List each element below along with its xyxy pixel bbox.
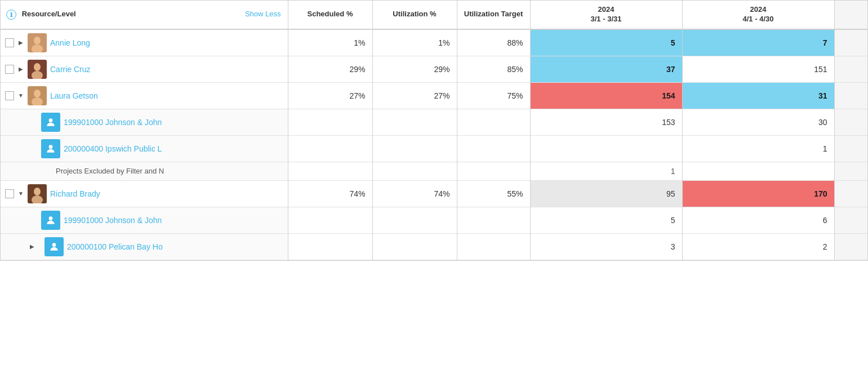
svg-point-4 bbox=[34, 90, 41, 97]
expand-icon[interactable]: ▼ bbox=[17, 190, 24, 197]
apr-value-cell bbox=[682, 162, 834, 180]
utilization-target-cell bbox=[457, 207, 530, 233]
info-icon[interactable]: ℹ bbox=[6, 10, 16, 20]
expand-icon[interactable]: ▶ bbox=[17, 66, 24, 72]
utilization-target-cell: 88% bbox=[457, 29, 530, 56]
scheduled-pct-cell bbox=[288, 109, 372, 135]
row-checkbox[interactable] bbox=[5, 91, 14, 100]
scheduled-pct-cell: 29% bbox=[288, 56, 372, 82]
apr-value-cell: 1 bbox=[682, 135, 834, 162]
resource-name[interactable]: Annie Long bbox=[50, 38, 90, 47]
table-row: Projects Excluded by Filter and N1 bbox=[1, 162, 868, 180]
scheduled-pct-cell bbox=[288, 162, 372, 180]
project-name[interactable]: 199901000 Johnson & John bbox=[64, 118, 162, 127]
project-name[interactable]: 200000400 Ipswich Public L bbox=[64, 144, 162, 153]
scheduled-pct-cell: 74% bbox=[288, 180, 372, 207]
scroll-cell bbox=[834, 82, 868, 109]
svg-point-1 bbox=[32, 45, 43, 52]
resource-name[interactable]: Laura Getson bbox=[50, 91, 98, 100]
table-row: 199901000 Johnson & John56 bbox=[1, 207, 868, 233]
utilization-pct-header: Utilization % bbox=[372, 1, 457, 29]
resource-cell-carrie-cruz: ▶ Carrie Cruz bbox=[1, 56, 288, 82]
mar-value-cell: 1 bbox=[530, 162, 682, 180]
apr-value-cell: 30 bbox=[682, 109, 834, 135]
scroll-header bbox=[834, 1, 868, 29]
resource-cell-laura-excluded: Projects Excluded by Filter and N bbox=[1, 162, 288, 180]
table-row: ▶ Carrie Cruz29%29%85%37151 bbox=[1, 56, 868, 82]
row-checkbox[interactable] bbox=[5, 65, 14, 74]
scheduled-pct-cell bbox=[288, 233, 372, 260]
utilization-pct-cell bbox=[372, 109, 457, 135]
avatar bbox=[28, 184, 47, 203]
excluded-label: Projects Excluded by Filter and N bbox=[56, 167, 164, 175]
utilization-target-cell: 85% bbox=[457, 56, 530, 82]
project-icon bbox=[41, 139, 60, 158]
mar-value-cell: 95 bbox=[530, 180, 682, 207]
mar-value-cell: 3 bbox=[530, 233, 682, 260]
project-icon bbox=[41, 211, 60, 230]
svg-point-6 bbox=[49, 118, 53, 122]
expand-icon[interactable]: ▶ bbox=[17, 39, 24, 46]
table-row: ▶ Annie Long1%1%88%57 bbox=[1, 29, 868, 56]
resource-cell-richard-sub2: ▶ 200000100 Pelican Bay Ho bbox=[1, 233, 288, 260]
utilization-pct-cell bbox=[372, 207, 457, 233]
apr-value-cell: 2 bbox=[682, 233, 834, 260]
scroll-cell bbox=[834, 29, 868, 56]
utilization-target-cell: 75% bbox=[457, 82, 530, 109]
utilization-target-header: Utilization Target bbox=[457, 1, 530, 29]
avatar bbox=[28, 86, 47, 105]
apr-value-cell: 151 bbox=[682, 56, 834, 82]
scheduled-pct-cell bbox=[288, 207, 372, 233]
show-less-button[interactable]: Show Less bbox=[245, 10, 281, 19]
utilization-pct-cell: 27% bbox=[372, 82, 457, 109]
mar-value-cell: 37 bbox=[530, 56, 682, 82]
expand-icon[interactable]: ▶ bbox=[29, 243, 35, 250]
scroll-cell bbox=[834, 233, 868, 260]
utilization-pct-cell bbox=[372, 135, 457, 162]
expand-icon[interactable]: ▼ bbox=[17, 92, 24, 99]
mar-value-cell bbox=[530, 135, 682, 162]
table-row: ▼ Laura Getson27%27%75%15431 bbox=[1, 82, 868, 109]
scroll-cell bbox=[834, 207, 868, 233]
project-name[interactable]: 199901000 Johnson & John bbox=[64, 216, 162, 225]
resource-cell-laura-sub2: 200000400 Ipswich Public L bbox=[1, 135, 288, 162]
scheduled-pct-cell bbox=[288, 135, 372, 162]
mar-value-cell: 5 bbox=[530, 29, 682, 56]
scroll-cell bbox=[834, 56, 868, 82]
mar-header: 20243/1 - 3/31 bbox=[530, 1, 682, 29]
utilization-pct-cell: 1% bbox=[372, 29, 457, 56]
utilization-target-cell: 55% bbox=[457, 180, 530, 207]
svg-point-7 bbox=[49, 145, 53, 149]
utilization-target-cell bbox=[457, 233, 530, 260]
svg-point-3 bbox=[32, 71, 43, 79]
scheduled-pct-cell: 1% bbox=[288, 29, 372, 56]
table-header-row: ℹ Resource/Level Show Less Scheduled % U… bbox=[1, 1, 868, 29]
apr-value-cell: 31 bbox=[682, 82, 834, 109]
scroll-cell bbox=[834, 180, 868, 207]
svg-point-2 bbox=[34, 63, 41, 71]
scheduled-pct-cell: 27% bbox=[288, 82, 372, 109]
resource-table: ℹ Resource/Level Show Less Scheduled % U… bbox=[1, 1, 868, 260]
apr-value-cell: 170 bbox=[682, 180, 834, 207]
table-row: ▶ 200000100 Pelican Bay Ho32 bbox=[1, 233, 868, 260]
utilization-pct-cell: 29% bbox=[372, 56, 457, 82]
row-checkbox[interactable] bbox=[5, 38, 14, 47]
resource-name[interactable]: Carrie Cruz bbox=[50, 65, 91, 74]
utilization-pct-cell bbox=[372, 233, 457, 260]
utilization-pct-cell: 74% bbox=[372, 180, 457, 207]
svg-point-5 bbox=[32, 97, 43, 105]
utilization-target-cell bbox=[457, 135, 530, 162]
svg-point-9 bbox=[32, 195, 43, 203]
mar-value-cell: 5 bbox=[530, 207, 682, 233]
table-row: 200000400 Ipswich Public L1 bbox=[1, 135, 868, 162]
svg-point-8 bbox=[34, 188, 41, 195]
project-name[interactable]: 200000100 Pelican Bay Ho bbox=[67, 242, 163, 251]
resource-cell-laura-getson: ▼ Laura Getson bbox=[1, 82, 288, 109]
scroll-cell bbox=[834, 162, 868, 180]
resource-cell-annie-long: ▶ Annie Long bbox=[1, 29, 288, 56]
svg-point-11 bbox=[52, 243, 56, 247]
apr-value-cell: 6 bbox=[682, 207, 834, 233]
row-checkbox[interactable] bbox=[5, 189, 14, 198]
resource-name[interactable]: Richard Brady bbox=[50, 189, 100, 198]
apr-value-cell: 7 bbox=[682, 29, 834, 56]
